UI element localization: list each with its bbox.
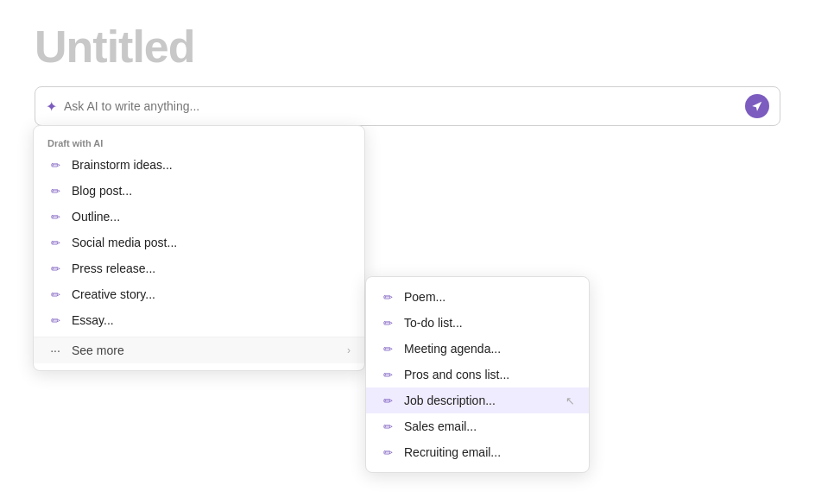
pencil-icon — [380, 446, 395, 459]
menu-item-poem[interactable]: Poem... — [366, 284, 589, 310]
pencil-icon — [380, 317, 395, 330]
chevron-right-icon: › — [347, 344, 351, 356]
pencil-icon — [380, 420, 395, 433]
draft-with-ai-menu: Draft with AI Brainstorm ideas... Blog p… — [33, 125, 365, 371]
menu-item-social-media[interactable]: Social media post... — [34, 230, 364, 255]
menu-item-label: Brainstorm ideas... — [72, 158, 351, 172]
menu-item-label: Essay... — [72, 313, 351, 327]
pencil-icon — [380, 394, 395, 407]
pencil-icon — [47, 262, 63, 275]
submit-arrow-icon — [751, 100, 763, 112]
pencil-icon — [47, 314, 63, 327]
menu-item-label: Sales email... — [404, 419, 575, 433]
pencil-icon — [47, 288, 63, 301]
ai-input-field[interactable] — [64, 99, 738, 113]
pencil-icon — [47, 159, 63, 172]
more-options-menu: Poem... To-do list... Meeting agenda... … — [365, 276, 590, 473]
menu-item-label: Social media post... — [72, 236, 351, 249]
pencil-icon — [47, 211, 63, 224]
menu-item-pros-cons[interactable]: Pros and cons list... — [366, 362, 589, 387]
menu-item-essay[interactable]: Essay... — [34, 307, 364, 333]
draft-section-label: Draft with AI — [34, 133, 364, 152]
menu-item-label: Poem... — [404, 290, 575, 304]
pencil-icon — [380, 343, 395, 356]
pencil-icon — [47, 185, 63, 198]
menu-item-label: Blog post... — [72, 184, 351, 198]
menu-item-label: Press release... — [72, 261, 351, 275]
menu-item-todo[interactable]: To-do list... — [366, 310, 589, 336]
menu-item-label: Pros and cons list... — [404, 368, 575, 381]
menu-item-recruiting[interactable]: Recruiting email... — [366, 439, 589, 465]
menu-item-press-release[interactable]: Press release... — [34, 255, 364, 281]
pencil-icon — [47, 236, 63, 249]
ai-input-bar: ✦ — [35, 86, 780, 126]
menu-item-label: Recruiting email... — [404, 445, 575, 459]
page-title: Untitled — [0, 0, 815, 86]
menu-item-brainstorm[interactable]: Brainstorm ideas... — [34, 152, 364, 178]
shortcut-icon: ↖ — [565, 394, 575, 407]
menu-item-label: Meeting agenda... — [404, 342, 575, 356]
menu-item-label: To-do list... — [404, 316, 575, 330]
menu-item-meeting[interactable]: Meeting agenda... — [366, 336, 589, 362]
menu-item-label: Creative story... — [72, 287, 351, 301]
dots-icon: ··· — [47, 343, 63, 357]
ai-sparkle-icon: ✦ — [46, 98, 57, 115]
ai-submit-button[interactable] — [745, 94, 769, 118]
menu-item-blog-post[interactable]: Blog post... — [34, 178, 364, 204]
pencil-icon — [380, 369, 395, 381]
menu-item-creative-story[interactable]: Creative story... — [34, 281, 364, 307]
menu-item-label: Job description... — [404, 394, 557, 407]
see-more-label: See more — [72, 343, 338, 357]
see-more-item[interactable]: ··· See more › — [34, 337, 364, 363]
menu-item-job-description[interactable]: Job description... ↖ — [366, 387, 589, 413]
pencil-icon — [380, 291, 395, 304]
menu-item-outline[interactable]: Outline... — [34, 204, 364, 230]
menu-item-label: Outline... — [72, 210, 351, 224]
menu-item-sales-email[interactable]: Sales email... — [366, 413, 589, 439]
